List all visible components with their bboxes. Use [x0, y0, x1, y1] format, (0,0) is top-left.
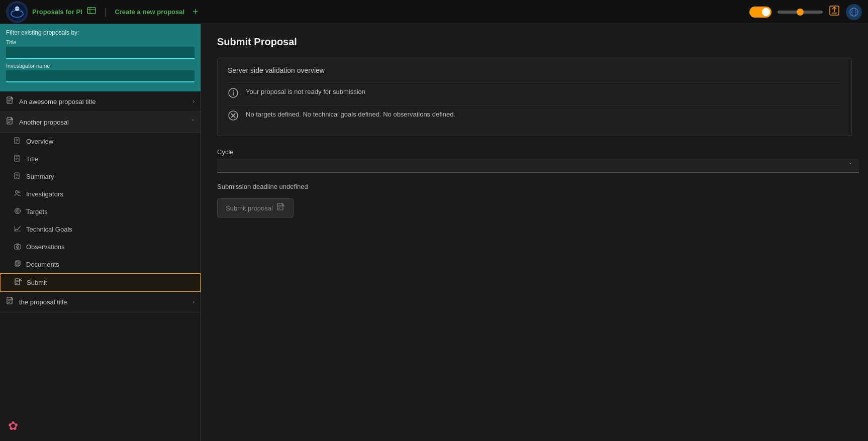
validation-row-error: No targets defined. No technical goals d… — [228, 105, 841, 128]
title-filter-label: Title — [6, 39, 195, 45]
technical-goals-icon — [14, 225, 21, 234]
svg-rect-3 — [87, 8, 95, 14]
investigator-filter-label: Investigator name — [6, 63, 195, 69]
cycle-chevron-icon: ˅ — [849, 162, 852, 169]
observations-icon — [14, 243, 21, 251]
polaris-logo — [6, 1, 28, 23]
investigators-icon — [14, 190, 21, 198]
sidebar-item-observations[interactable]: Observations — [0, 238, 201, 256]
documents-icon — [14, 260, 21, 269]
create-proposal-icon[interactable]: + — [192, 6, 199, 18]
proposals-search-icon[interactable] — [86, 6, 97, 18]
sidebar-item-overview[interactable]: Overview — [0, 133, 201, 150]
summary-icon — [14, 172, 21, 181]
main-layout: Filter existing proposals by: Title Inve… — [0, 24, 868, 441]
submit-proposal-label: Submit proposal — [226, 204, 273, 212]
sidebar-item-technical-goals[interactable]: Technical Goals — [0, 220, 201, 238]
sidebar: Filter existing proposals by: Title Inve… — [0, 24, 201, 441]
nav-separator: | — [105, 7, 107, 17]
validation-error-message: No targets defined. No technical goals d… — [246, 109, 455, 120]
documents-label: Documents — [26, 261, 59, 268]
summary-label: Summary — [26, 173, 54, 180]
investigator-filter-input[interactable] — [6, 70, 195, 82]
submit-icon — [15, 278, 22, 287]
sidebar-item-summary[interactable]: Summary — [0, 168, 201, 185]
proposal-item-another[interactable]: Another proposal ˅ — [0, 112, 201, 133]
cycle-section: Cycle ˅ — [217, 148, 852, 173]
sidebar-item-investigators[interactable]: Investigators — [0, 185, 201, 203]
proposal-title-the-proposal: the proposal title — [19, 298, 187, 306]
submit-label: Submit — [27, 279, 47, 286]
svg-point-34 — [16, 191, 18, 193]
cycle-select[interactable] — [217, 159, 859, 173]
proposal-title-another: Another proposal — [19, 119, 186, 126]
sub-items-another: Overview Title — [0, 133, 201, 292]
proposals-for-pi-link[interactable]: Proposals for PI — [32, 8, 82, 16]
observations-label: Observations — [26, 243, 65, 251]
proposal-item-awesome[interactable]: An awesome proposal title › — [0, 91, 201, 112]
validation-box: Server side validation overview Your pro… — [217, 58, 852, 136]
cycle-select-row: ˅ — [217, 159, 852, 173]
chevron-right-icon-3: › — [192, 298, 195, 305]
chevron-right-icon: › — [192, 98, 195, 105]
sidebar-item-targets[interactable]: Targets — [0, 203, 201, 220]
title-label: Title — [26, 155, 38, 163]
cycle-label: Cycle — [217, 148, 852, 156]
proposal-doc-icon — [6, 96, 14, 106]
proposal-doc-icon-3 — [6, 297, 14, 307]
topnav-right — [749, 4, 862, 20]
filter-label: Filter existing proposals by: — [6, 29, 195, 36]
proposal-title-awesome: An awesome proposal title — [19, 98, 187, 105]
create-proposal-link[interactable]: Create a new proposal — [115, 8, 184, 16]
targets-icon — [14, 207, 21, 216]
flower-icon: ✿ — [8, 419, 18, 432]
chevron-down-icon: ˅ — [191, 119, 195, 126]
proposal-list: An awesome proposal title › Another prop… — [0, 91, 201, 441]
sidebar-item-title[interactable]: Title — [0, 150, 201, 168]
info-circle-icon — [228, 87, 239, 101]
svg-point-64 — [233, 90, 234, 91]
proposal-doc-icon-2 — [6, 117, 14, 127]
globe-icon[interactable] — [846, 4, 862, 20]
upload-icon[interactable] — [829, 5, 840, 19]
svg-point-48 — [17, 247, 18, 248]
svg-point-38 — [17, 210, 18, 211]
title-filter-input[interactable] — [6, 47, 195, 59]
brightness-slider[interactable] — [778, 11, 823, 14]
technical-goals-label: Technical Goals — [26, 226, 72, 233]
validation-info-message: Your proposal is not ready for submissio… — [246, 87, 365, 97]
proposal-item-the-proposal[interactable]: the proposal title › — [0, 292, 201, 312]
investigators-label: Investigators — [26, 190, 63, 198]
filter-section: Filter existing proposals by: Title Inve… — [0, 24, 201, 91]
targets-label: Targets — [26, 208, 48, 215]
sidebar-item-submit[interactable]: Submit — [0, 273, 201, 292]
main-content: Submit Proposal Server side validation o… — [201, 24, 868, 441]
logo-area: Proposals for PI — [6, 1, 97, 23]
sidebar-item-documents[interactable]: Documents — [0, 256, 201, 273]
bottom-logo: ✿ — [8, 419, 18, 433]
submit-proposal-icon — [277, 203, 285, 213]
overview-label: Overview — [26, 138, 53, 145]
submission-deadline: Submission deadline undefined — [217, 183, 852, 190]
validation-row-info: Your proposal is not ready for submissio… — [228, 82, 841, 105]
page-title: Submit Proposal — [217, 36, 852, 48]
svg-point-35 — [18, 191, 20, 193]
top-navigation: Proposals for PI | Create a new proposal… — [0, 0, 868, 24]
error-circle-icon — [228, 110, 239, 124]
validation-title: Server side validation overview — [228, 66, 841, 74]
overview-icon — [14, 137, 21, 146]
submit-proposal-button[interactable]: Submit proposal — [217, 198, 294, 217]
title-icon — [14, 155, 21, 163]
theme-toggle[interactable] — [749, 7, 771, 18]
